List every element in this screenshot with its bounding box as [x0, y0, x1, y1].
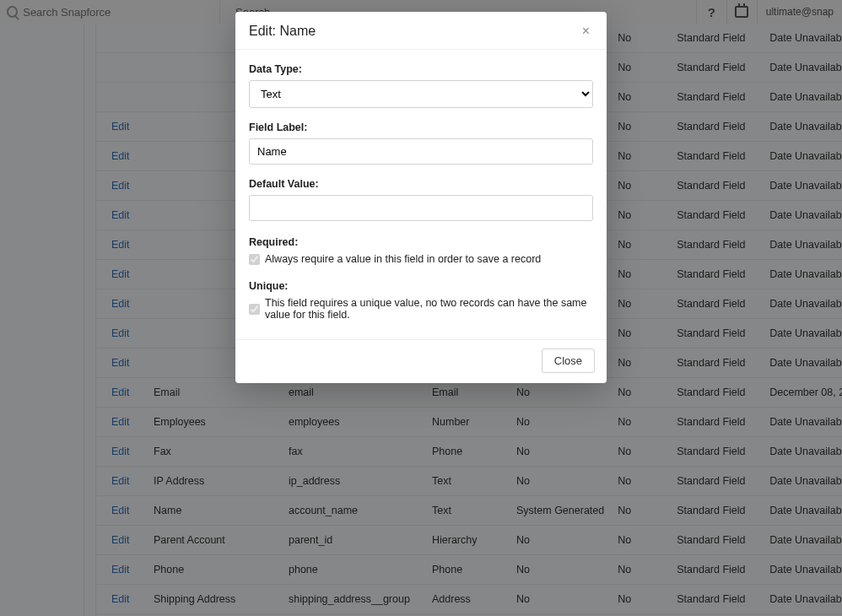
modal-body: Data Type: Text Field Label: Default Val…: [235, 50, 607, 339]
unique-section-label: Unique:: [249, 280, 593, 292]
field-label-label: Field Label:: [249, 122, 593, 133]
close-icon[interactable]: ×: [579, 24, 593, 39]
unique-checkbox-label: This field requires a unique value, no t…: [265, 297, 593, 321]
required-checkbox-label: Always require a value in this field in …: [265, 253, 541, 265]
default-value-input[interactable]: [249, 195, 593, 221]
default-value-label: Default Value:: [249, 178, 593, 190]
data-type-select[interactable]: Text: [249, 80, 593, 108]
required-checkbox[interactable]: [249, 254, 260, 265]
modal-footer: Close: [235, 339, 607, 383]
field-label-input[interactable]: [249, 138, 593, 165]
modal-title: Edit: Name: [249, 24, 579, 39]
edit-field-modal: Edit: Name × Data Type: Text Field Label…: [235, 12, 607, 383]
unique-checkbox[interactable]: [249, 304, 260, 315]
required-section-label: Required:: [249, 236, 593, 248]
modal-header: Edit: Name ×: [235, 12, 607, 50]
close-button[interactable]: Close: [542, 349, 595, 373]
modal-overlay[interactable]: Edit: Name × Data Type: Text Field Label…: [0, 0, 842, 616]
data-type-label: Data Type:: [249, 63, 593, 75]
